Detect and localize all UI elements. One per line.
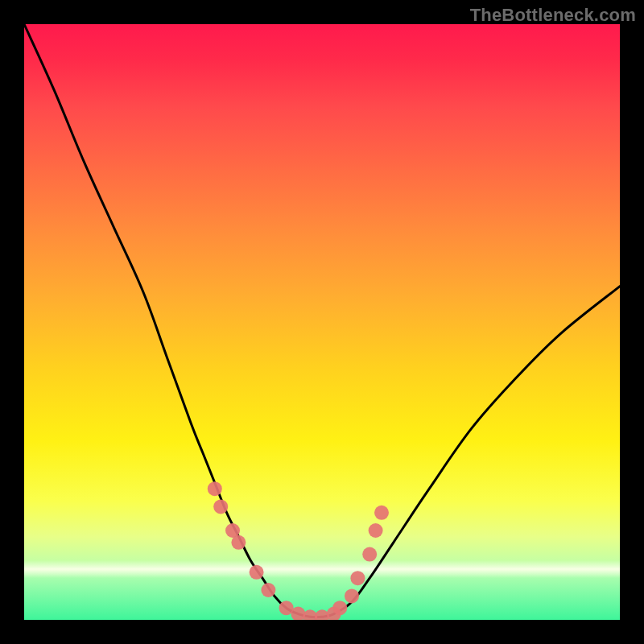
chart-frame: TheBottleneck.com <box>0 0 644 644</box>
plot-background-gradient <box>24 24 620 620</box>
watermark-text: TheBottleneck.com <box>470 5 636 26</box>
